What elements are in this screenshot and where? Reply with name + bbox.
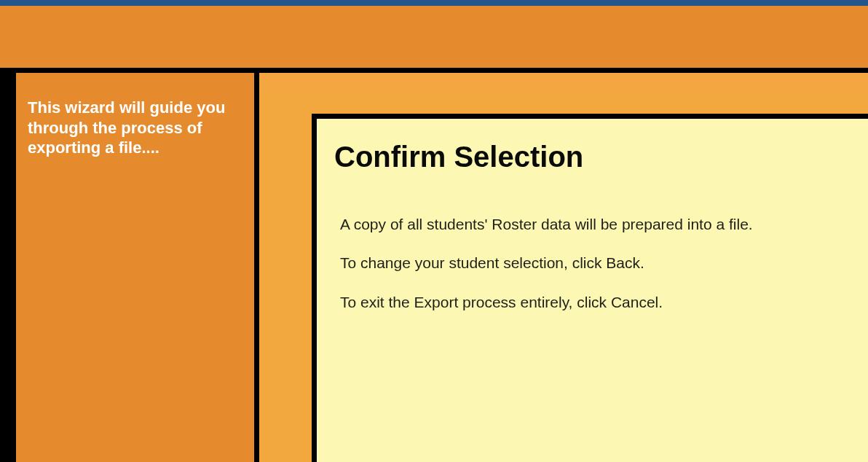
header-bar (0, 6, 868, 73)
main-content-area: Confirm Selection A copy of all students… (259, 73, 868, 462)
confirm-panel: Confirm Selection A copy of all students… (312, 114, 868, 462)
wizard-sidebar: This wizard will guide you through the p… (16, 73, 259, 462)
main-layout: This wizard will guide you through the p… (0, 73, 868, 462)
panel-info-line-2: To change your student selection, click … (334, 253, 843, 273)
left-border (0, 73, 16, 462)
wizard-description: This wizard will guide you through the p… (28, 98, 235, 158)
panel-heading: Confirm Selection (334, 141, 843, 173)
top-accent-bar (0, 0, 868, 6)
panel-info-line-1: A copy of all students' Roster data will… (334, 214, 843, 234)
panel-info-line-3: To exit the Export process entirely, cli… (334, 292, 843, 312)
